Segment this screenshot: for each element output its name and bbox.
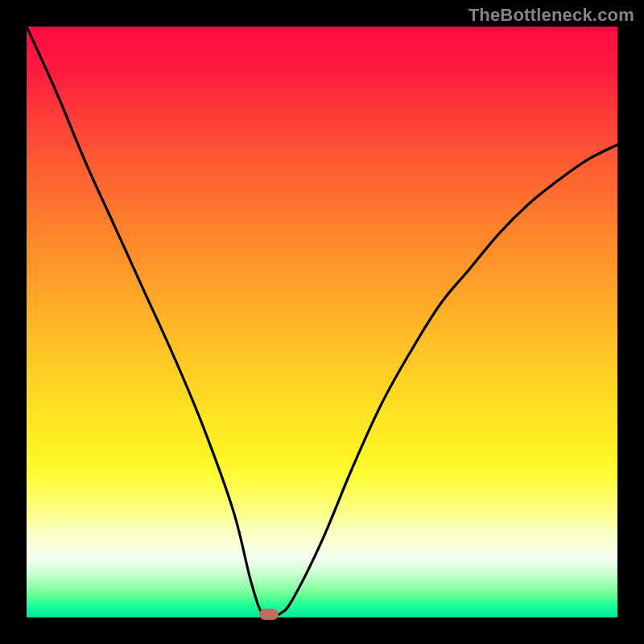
chart-plot-area — [27, 27, 617, 617]
bottleneck-curve — [27, 27, 617, 617]
optimal-point-marker — [259, 609, 279, 620]
watermark-text: TheBottleneck.com — [469, 5, 634, 26]
chart-frame: TheBottleneck.com — [0, 0, 644, 644]
curve-path — [27, 27, 617, 617]
